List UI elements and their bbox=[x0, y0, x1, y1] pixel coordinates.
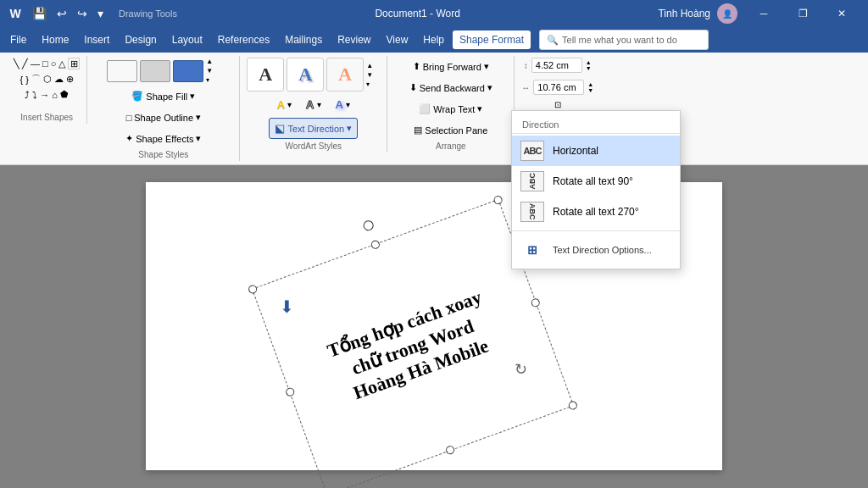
wordart-shadow-btn[interactable]: A bbox=[287, 58, 324, 92]
height-spinners[interactable]: ▲ ▼ bbox=[586, 59, 592, 71]
menu-review[interactable]: Review bbox=[331, 30, 377, 49]
shape-preset-2[interactable] bbox=[140, 60, 170, 82]
arrange-group: ⬆ Bring Forward ▾ ⬇ Send Backward ▾ ⬜ Wr… bbox=[387, 56, 515, 152]
text-fill-row: A ▾ A ▾ A ▾ bbox=[271, 95, 356, 114]
minimize-btn[interactable]: ─ bbox=[744, 0, 783, 27]
menu-shape-format[interactable]: Shape Format bbox=[453, 30, 531, 49]
handle-top-right[interactable] bbox=[492, 195, 504, 206]
wordart-row: A A A ▲ ▼ ▾ bbox=[247, 58, 380, 92]
save-quick-btn[interactable]: 💾 bbox=[29, 5, 50, 22]
tell-me-input[interactable]: 🔍 Tell me what you want to do bbox=[539, 30, 709, 50]
width-spinners[interactable]: ▲ ▼ bbox=[587, 81, 593, 93]
handle-middle-left[interactable] bbox=[285, 386, 296, 397]
drawing-tools-label: Drawing Tools bbox=[119, 8, 177, 19]
handle-top-middle[interactable] bbox=[370, 239, 381, 250]
menu-design[interactable]: Design bbox=[118, 30, 163, 49]
bring-forward-btn[interactable]: ⬆ Bring Forward ▾ bbox=[407, 58, 495, 75]
rotate270-icon: ABC bbox=[520, 202, 544, 222]
arrange-row-4: ▤ Selection Pane bbox=[408, 121, 493, 139]
shape-preset-1[interactable] bbox=[107, 60, 137, 82]
wrap-text-btn[interactable]: ⬜ Wrap Text ▾ bbox=[413, 100, 488, 118]
menu-help[interactable]: Help bbox=[416, 30, 451, 49]
size-expand-icon[interactable]: ⊡ bbox=[554, 100, 561, 109]
outline-icon: □ bbox=[126, 113, 132, 123]
insert-shapes-group: ╲ ╱ — □ ○ △ ⊞ { } ⌒ ⬡ ☁ ⊕ ⤴ ⤵ → ⌂ ⬟ Inse… bbox=[7, 56, 87, 124]
text-dir-dropdown-icon[interactable]: ▾ bbox=[347, 123, 352, 134]
user-avatar[interactable]: 👤 bbox=[717, 3, 737, 24]
textbox-text: Tổng hợp cách xoaychữ trong WordHoàng Hà… bbox=[313, 274, 512, 420]
height-input[interactable]: 4.52 cm bbox=[531, 58, 582, 73]
handle-bottom-middle[interactable] bbox=[445, 445, 456, 456]
wrap-dropdown[interactable]: ▾ bbox=[477, 103, 482, 114]
wordart-gradient-btn[interactable]: A bbox=[326, 58, 364, 92]
redo-btn[interactable]: ↪ bbox=[74, 5, 91, 22]
wordart-plain-btn[interactable]: A bbox=[247, 58, 284, 92]
dd-rotate270-item[interactable]: ABC Rotate all text 270° bbox=[512, 197, 680, 227]
send-backward-icon: ⬇ bbox=[409, 82, 417, 93]
effects-dropdown-icon[interactable]: ▾ bbox=[196, 133, 201, 144]
size-width-row: ↔ 10.76 cm ▲ ▼ bbox=[521, 80, 593, 95]
width-input[interactable]: 10.76 cm bbox=[533, 80, 584, 95]
fill-dropdown-icon[interactable]: ▾ bbox=[190, 91, 195, 102]
menu-references[interactable]: References bbox=[211, 30, 276, 49]
shape-presets-scroll[interactable]: ▲ ▼ ▾ bbox=[206, 58, 220, 84]
text-effects-btn[interactable]: A ▾ bbox=[330, 95, 356, 114]
shape-fill-btn[interactable]: 🪣 Shape Fill ▾ bbox=[125, 87, 201, 105]
customize-quick-btn[interactable]: ▾ bbox=[94, 5, 107, 22]
height-icon: ↕ bbox=[524, 61, 528, 70]
menu-bar: File Home Insert Design Layout Reference… bbox=[0, 27, 868, 53]
wrap-text-icon: ⬜ bbox=[419, 103, 431, 114]
shape-presets-row: ▲ ▼ ▾ bbox=[107, 58, 220, 84]
horizontal-icon: ABC bbox=[520, 141, 544, 161]
menu-layout[interactable]: Layout bbox=[165, 30, 209, 49]
fill-icon: 🪣 bbox=[131, 91, 143, 102]
bf-dropdown[interactable]: ▾ bbox=[484, 61, 489, 72]
close-btn[interactable]: ✕ bbox=[822, 0, 861, 27]
bring-forward-icon: ⬆ bbox=[413, 61, 420, 72]
arrange-label: Arrange bbox=[436, 141, 466, 151]
shape-outline-row: □ Shape Outline ▾ bbox=[120, 108, 207, 126]
shape-effects-btn[interactable]: ✦ Shape Effects ▾ bbox=[120, 130, 207, 147]
outline-dropdown-icon[interactable]: ▾ bbox=[196, 112, 201, 123]
rotate-handle[interactable] bbox=[362, 219, 375, 232]
handle-bottom-right[interactable] bbox=[567, 400, 578, 411]
shape-preset-3[interactable] bbox=[173, 60, 203, 82]
word-icon: W bbox=[7, 5, 24, 22]
title-bar: W 💾 ↩ ↪ ▾ Drawing Tools Document1 - Word… bbox=[0, 0, 868, 27]
wordart-scroll[interactable]: ▲ ▼ ▾ bbox=[366, 62, 380, 88]
send-backward-btn[interactable]: ⬇ Send Backward ▾ bbox=[403, 79, 498, 97]
dropdown-header: Direction bbox=[512, 114, 680, 134]
text-outline-btn[interactable]: A ▾ bbox=[300, 95, 326, 114]
wordart-styles-group: A A A ▲ ▼ ▾ A ▾ A ▾ A ▾ bbox=[240, 56, 387, 152]
user-name: Tinh Hoàng bbox=[658, 8, 710, 19]
textbox-container[interactable]: Tổng hợp cách xoaychữ trong WordHoàng Hà… bbox=[281, 237, 544, 458]
menu-view[interactable]: View bbox=[380, 30, 415, 49]
undo-btn[interactable]: ↩ bbox=[53, 5, 70, 22]
text-direction-btn[interactable]: ⬕ Text Direction ▾ bbox=[269, 118, 358, 139]
arrange-row-1: ⬆ Bring Forward ▾ bbox=[407, 58, 495, 75]
dd-options-item[interactable]: ⊞ Text Direction Options... bbox=[512, 235, 680, 265]
selection-pane-btn[interactable]: ▤ Selection Pane bbox=[408, 121, 493, 139]
text-direction-dropdown: Direction ABC Horizontal ABC Rotate all … bbox=[511, 110, 681, 269]
text-fill-btn[interactable]: A ▾ bbox=[271, 95, 298, 114]
dropdown-divider bbox=[512, 230, 680, 231]
menu-mailings[interactable]: Mailings bbox=[278, 30, 329, 49]
insert-shapes-label: Insert Shapes bbox=[20, 113, 73, 122]
dd-horizontal-item[interactable]: ABC Horizontal bbox=[512, 136, 680, 166]
restore-btn[interactable]: ❐ bbox=[783, 0, 822, 27]
shape-effects-row: ✦ Shape Effects ▾ bbox=[120, 130, 207, 147]
handle-middle-right[interactable] bbox=[530, 297, 541, 308]
width-icon: ↔ bbox=[521, 83, 530, 92]
shape-style-btns: 🪣 Shape Fill ▾ bbox=[125, 87, 201, 105]
shapes-row-1: ╲ ╱ — □ ○ △ ⊞ bbox=[14, 58, 80, 69]
options-icon: ⊞ bbox=[520, 240, 544, 260]
shape-outline-btn[interactable]: □ Shape Outline ▾ bbox=[120, 108, 207, 126]
handle-top-left[interactable] bbox=[248, 284, 259, 295]
wordart-styles-label: WordArt Styles bbox=[286, 141, 342, 151]
menu-file[interactable]: File bbox=[3, 30, 33, 49]
menu-insert[interactable]: Insert bbox=[77, 30, 116, 49]
dd-rotate90-item[interactable]: ABC Rotate all text 90° bbox=[512, 166, 680, 197]
rotate-icon[interactable]: ↻ bbox=[515, 360, 527, 379]
menu-home[interactable]: Home bbox=[35, 30, 75, 49]
sb-dropdown[interactable]: ▾ bbox=[487, 82, 492, 93]
